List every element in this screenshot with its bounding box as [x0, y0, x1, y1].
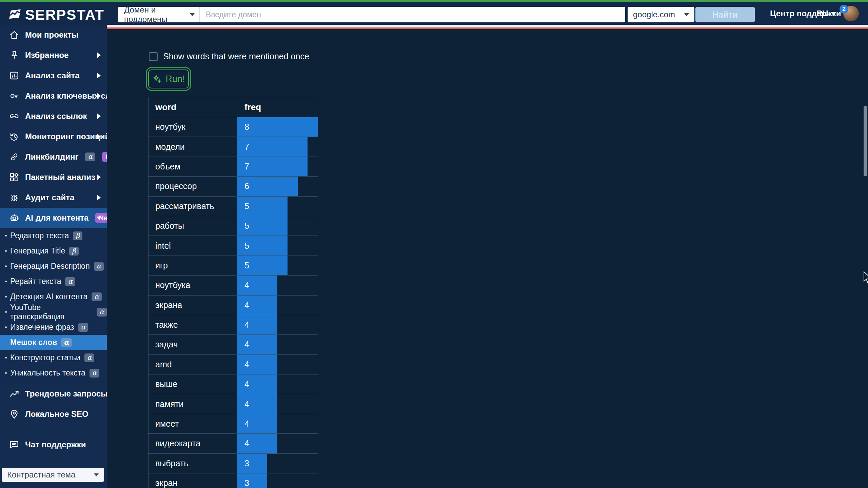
freq-value: 4: [237, 340, 249, 349]
sidebar-item[interactable]: Мониторинг позиций: [0, 126, 107, 147]
sidebar-subitem[interactable]: Конструктор статьиα: [0, 350, 107, 365]
sidebar-subitem-label: Детекция AI контента: [10, 292, 87, 301]
serpstat-app: SERPSTAT Домен и поддомены google.com На…: [0, 0, 868, 488]
sidebar-item[interactable]: Избранное: [0, 45, 107, 65]
freq-cell: 5: [237, 256, 318, 275]
run-button[interactable]: Run!: [148, 69, 189, 88]
sidebar-subitem-label: Редактор текста: [10, 231, 69, 240]
bullet-dot: [5, 235, 7, 237]
sidebar-subitem[interactable]: Детекция AI контентаα: [0, 289, 107, 304]
sidebar-subitem[interactable]: Уникальность текстаα: [0, 365, 107, 381]
search-engine-value: google.com: [633, 10, 675, 19]
sidebar-subitem-label: Генерация Description: [10, 262, 90, 271]
sidebar-item[interactable]: Трендовые запросы: [0, 384, 107, 404]
table-row: имеет4: [149, 414, 318, 433]
freq-value: 4: [237, 379, 249, 389]
sidebar-item-label: Трендовые запросы: [25, 389, 108, 399]
sidebar-subitem-label: YouTube транскрибация: [10, 303, 93, 321]
sidebar-item[interactable]: Анализ ссылок: [0, 106, 107, 126]
sidebar-subitem[interactable]: Мешок словα: [0, 335, 107, 350]
sidebar-item-label: AI для контента: [25, 213, 88, 223]
logo-text: SERPSTAT: [25, 7, 104, 23]
sidebar-item-label: Мои проекты: [25, 30, 79, 40]
word-cell: видеокарта: [149, 434, 237, 453]
sidebar-subitem[interactable]: Генерация Titleβ: [0, 243, 107, 259]
freq-cell: 5: [237, 216, 318, 236]
language-value: RU: [816, 9, 828, 18]
sidebar-sub-items: Редактор текстаβГенерация TitleβГенераци…: [0, 228, 107, 381]
sidebar-item[interactable]: Анализ сайта: [0, 65, 107, 86]
key-icon: [9, 90, 20, 101]
chevron-right-icon: [97, 134, 101, 139]
sidebar-item-label: Анализ сайта: [25, 71, 80, 80]
freq-value: 5: [237, 221, 249, 231]
search-type-select[interactable]: Домен и поддомены: [118, 7, 200, 22]
theme-select[interactable]: Контрастная тема: [2, 468, 104, 482]
table-row: экран3: [149, 473, 318, 488]
sidebar-item-label: Локальное SEO: [25, 409, 88, 419]
sidebar-subitem[interactable]: YouTube транскрибацияα: [0, 304, 107, 320]
support-center-menu[interactable]: Центр поддержки: [770, 2, 851, 25]
freq-value: 7: [237, 142, 249, 152]
sidebar-item-label: Аудит сайта: [25, 193, 74, 202]
sidebar-item[interactable]: Аудит сайта: [0, 187, 107, 208]
table-row: выбрать3: [149, 453, 318, 473]
freq-value: 3: [237, 478, 249, 488]
sidebar-item-label: Анализ ссылок: [25, 111, 87, 121]
main-content: Show words that were mentioned once Run!…: [107, 25, 868, 488]
freq-value: 3: [237, 459, 249, 468]
vertical-scrollbar-thumb[interactable]: [864, 106, 867, 176]
sidebar-item[interactable]: Пакетный анализ: [0, 167, 107, 187]
table-row: amd4: [149, 354, 318, 374]
table-row: модели7: [149, 137, 318, 156]
table-row: выше4: [149, 374, 318, 394]
word-cell: игр: [149, 256, 237, 275]
alpha-badge: α: [90, 369, 100, 378]
freq-value: 5: [237, 201, 249, 211]
freq-value: 5: [237, 261, 249, 270]
language-menu[interactable]: RU: [816, 2, 836, 25]
chain-icon: [9, 151, 20, 162]
table-row: игр5: [149, 256, 318, 275]
word-cell: intel: [149, 236, 237, 255]
sidebar-item[interactable]: Локальное SEO: [0, 404, 107, 424]
table-row: intel5: [149, 236, 318, 255]
serpstat-logo[interactable]: SERPSTAT: [8, 7, 104, 23]
sidebar-item[interactable]: Анализ ключевых слов: [0, 86, 107, 106]
table-header: word freq: [149, 97, 318, 117]
table-row: также4: [149, 315, 318, 334]
home-icon: [9, 29, 20, 40]
freq-cell: 4: [237, 414, 318, 433]
word-cell: amd: [149, 355, 237, 374]
bullet-dot: [5, 357, 7, 359]
table-row: видеокарта4: [149, 433, 318, 453]
sidebar-subitem-label: Мешок слов: [10, 338, 57, 347]
search-engine-select[interactable]: google.com: [628, 7, 694, 22]
table-row: работы5: [149, 216, 318, 236]
chat-icon: [9, 439, 20, 450]
sidebar-subitem[interactable]: Редактор текстаβ: [0, 228, 107, 243]
sidebar-item-label: Анализ ключевых слов: [25, 91, 120, 101]
domain-input[interactable]: [200, 7, 625, 22]
freq-cell: 5: [237, 236, 318, 255]
sidebar-subitem[interactable]: Рерайт текстаα: [0, 274, 107, 289]
table-row: рассматривать5: [149, 196, 318, 216]
sidebar-item[interactable]: Мои проекты: [0, 25, 107, 45]
find-button[interactable]: Найти: [695, 7, 755, 22]
sidebar-item[interactable]: ЛинкбилдингαNew: [0, 147, 107, 167]
notification-badge[interactable]: 2: [840, 5, 848, 14]
sidebar-item-label: Чат поддержки: [25, 440, 86, 449]
freq-cell: 8: [237, 117, 318, 137]
chart-icon: [9, 70, 20, 81]
freq-value: 4: [237, 280, 249, 290]
freq-cell: 6: [237, 177, 318, 196]
show-once-checkbox[interactable]: [149, 52, 158, 61]
sidebar-subitem[interactable]: Генерация Descriptionα: [0, 259, 107, 274]
sidebar-item-support-chat[interactable]: Чат поддержки: [0, 434, 107, 455]
checkbox-label: Show words that were mentioned once: [163, 52, 309, 61]
sidebar-subitem[interactable]: Извлечение фразα: [0, 320, 107, 335]
sidebar-item[interactable]: AI для контентаNew: [0, 208, 107, 228]
sidebar-subitem-label: Генерация Title: [10, 246, 65, 256]
table-row: процессор6: [149, 176, 318, 196]
freq-cell: 4: [237, 374, 318, 394]
